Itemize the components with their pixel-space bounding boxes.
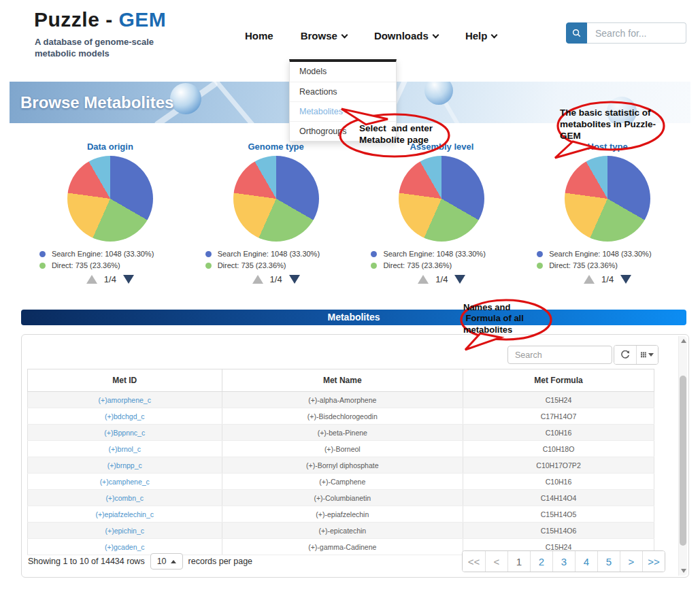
met-id-link[interactable]: (+)brnpp_c (107, 461, 142, 469)
page-button-prev[interactable]: < (485, 551, 507, 572)
legend-label: Search Engine: 1048 (33.30%) (218, 250, 320, 258)
nav-item-downloads[interactable]: Downloads (374, 30, 438, 42)
met-formula-cell: C17H14O7 (463, 408, 654, 425)
legend-page-up-icon[interactable] (418, 275, 429, 284)
legend-page-up-icon[interactable] (86, 275, 97, 284)
annotation-line: Select and enter (359, 122, 433, 134)
legend-item[interactable]: Search Engine: 1048 (33.30%) (537, 250, 678, 258)
dropdown-item-reactions[interactable]: Reactions (290, 82, 396, 101)
met-id-link[interactable]: (+)epichin_c (105, 527, 145, 535)
met-name-cell: (+)-Columbianetin (222, 490, 463, 506)
chart-title: Data origin (27, 142, 193, 152)
page-button-page-5[interactable]: 5 (597, 551, 620, 572)
met-formula-cell: C15H24 (463, 392, 654, 408)
legend-dot (39, 263, 46, 269)
legend-item[interactable]: Direct: 735 (23.36%) (205, 261, 347, 269)
nav-item-help[interactable]: Help (465, 30, 497, 42)
met-id-link[interactable]: (+)camphene_c (100, 478, 150, 486)
pie-chart: Data origin Search Engine: 1048 (33.30%)… (27, 142, 193, 284)
nav-item-browse[interactable]: Browse (301, 30, 347, 42)
legend-item[interactable]: Search Engine: 1048 (33.30%) (371, 250, 512, 258)
met-id-link[interactable]: (+)Bppnnc_c (104, 429, 145, 437)
chart-legend: Search Engine: 1048 (33.30%)Direct: 735 … (371, 250, 512, 269)
metabolites-table-body: (+)amorphene_c (+)-alpha-Amorphene C15H2… (28, 392, 654, 555)
legend-page-indicator: 1/4 (435, 274, 448, 284)
column-header-met-name: Met Name (222, 369, 463, 392)
met-formula-cell: C15H14O6 (463, 523, 654, 539)
page-button-first[interactable]: << (463, 551, 485, 572)
chart-legend: Search Engine: 1048 (33.30%)Direct: 735 … (205, 250, 347, 269)
refresh-icon (620, 350, 630, 360)
table-row: (+)bdchgd_c (+)-Bisdechlorogeodin C17H14… (28, 408, 654, 425)
met-name-cell: (+)-alpha-Amorphene (222, 392, 463, 408)
legend-page-up-icon[interactable] (252, 275, 263, 284)
legend-page-down-icon[interactable] (620, 275, 631, 284)
triangle-down-icon (681, 569, 686, 573)
legend-pager: 1/4 (524, 274, 690, 284)
table-header: Met ID Met Name Met Formula (28, 369, 654, 392)
annotation-names-formula: Names and Formula of allmetabolites (459, 298, 555, 352)
legend-item[interactable]: Direct: 735 (23.36%) (39, 261, 181, 269)
table-row: (+)epichin_c (+)-epicatechin C15H14O6 (28, 523, 654, 539)
brand-title: Puzzle - (34, 8, 119, 31)
legend-label: Search Engine: 1048 (33.30%) (52, 250, 154, 258)
chevron-down-icon (491, 32, 498, 39)
nav-item-home[interactable]: Home (245, 30, 273, 42)
met-id-link[interactable]: (+)combn_c (105, 494, 144, 502)
table-row: (+)camphene_c (+)-Camphene C10H16 (28, 474, 654, 490)
met-id-link[interactable]: (+)epiafzelechin_c (95, 510, 154, 518)
met-name-cell: (+)-Camphene (222, 474, 463, 490)
legend-item[interactable]: Direct: 735 (23.36%) (371, 261, 512, 269)
annotation-text: Select and enterMetabolite page (359, 122, 433, 146)
page-button-page-3[interactable]: 3 (552, 551, 575, 572)
legend-dot (537, 251, 543, 257)
columns-button[interactable] (636, 346, 658, 364)
dropdown-item-models[interactable]: Models (290, 62, 396, 82)
legend-label: Search Engine: 1048 (33.30%) (383, 250, 485, 258)
legend-page-indicator: 1/4 (270, 274, 282, 284)
annotation-select-metabolite: Select and enterMetabolite page (336, 108, 453, 162)
met-id-link[interactable]: (+)amorphene_c (99, 396, 151, 404)
chart-legend: Search Engine: 1048 (33.30%)Direct: 735 … (39, 250, 181, 269)
met-formula-cell: C10H16 (463, 425, 654, 441)
site-search (566, 22, 686, 44)
scroll-down-button[interactable] (679, 566, 688, 576)
chart-legend: Search Engine: 1048 (33.30%)Direct: 735 … (537, 250, 678, 269)
legend-page-up-icon[interactable] (584, 275, 595, 284)
table-toolbar-buttons (614, 345, 659, 365)
legend-page-down-icon[interactable] (454, 275, 465, 284)
column-header-met-id: Met ID (28, 369, 222, 392)
chart-title: Genome type (193, 142, 359, 152)
legend-page-down-icon[interactable] (289, 275, 300, 284)
page-size-dropdown[interactable]: 10 (150, 553, 183, 570)
metabolites-section-bar: Metabolites (21, 310, 686, 325)
page-button-next[interactable]: > (620, 551, 642, 572)
vertical-scrollbar[interactable] (678, 336, 687, 576)
legend-item[interactable]: Direct: 735 (23.36%) (537, 261, 678, 269)
page-button-page-4[interactable]: 4 (575, 551, 597, 572)
legend-dot (371, 263, 377, 269)
legend-pager: 1/4 (193, 274, 359, 284)
scrollbar-thumb[interactable] (680, 376, 686, 546)
legend-item[interactable]: Search Engine: 1048 (33.30%) (39, 250, 181, 258)
search-input[interactable] (587, 22, 686, 44)
pie (67, 156, 153, 242)
met-id-link[interactable]: (+)brnol_c (108, 445, 141, 453)
brand-logo[interactable]: Puzzle - GEM (34, 8, 166, 31)
page-button-last[interactable]: >> (642, 551, 665, 572)
legend-item[interactable]: Search Engine: 1048 (33.30%) (205, 250, 347, 258)
met-name-cell: (+)-Bornyl diphosphate (222, 457, 463, 474)
page-button-page-2[interactable]: 2 (530, 551, 552, 572)
table-row: (+)epiafzelechin_c (+)-epiafzelechin C15… (28, 506, 654, 523)
table-row: (+)brnol_c (+)-Borneol C10H18O (28, 441, 654, 457)
legend-page-down-icon[interactable] (123, 275, 134, 284)
legend-dot (39, 251, 46, 257)
scroll-up-button[interactable] (679, 336, 688, 346)
search-button[interactable] (566, 22, 587, 44)
annotation-line: Names and (463, 302, 524, 313)
page-button-page-1[interactable]: 1 (507, 551, 530, 572)
columns-grid-icon (641, 350, 646, 359)
brand-title-accent: GEM (119, 8, 167, 31)
refresh-button[interactable] (614, 346, 636, 364)
met-id-link[interactable]: (+)bdchgd_c (105, 412, 145, 420)
